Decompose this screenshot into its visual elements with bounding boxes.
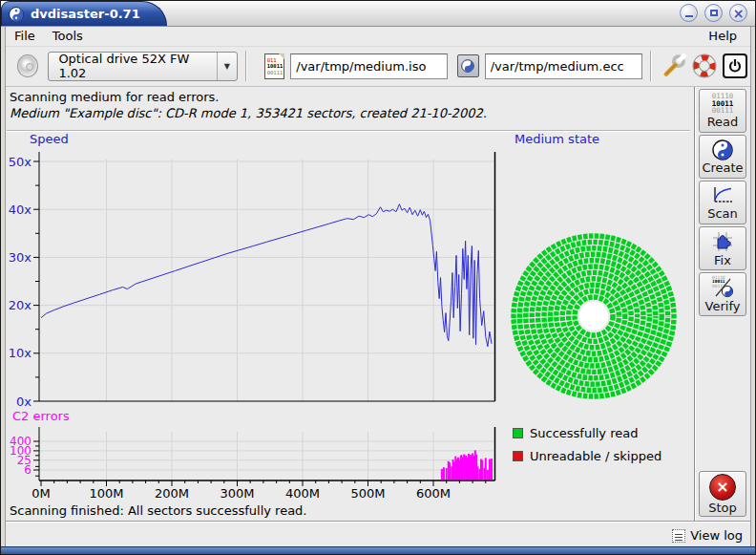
medium-state-title: Medium state (514, 132, 599, 146)
status-area: Scanning medium for read errors. Medium … (7, 87, 690, 131)
verify-icon: 01110 10011 00111 (710, 276, 735, 299)
maximize-icon (710, 10, 718, 16)
power-icon (723, 53, 747, 78)
window-border-left (1, 26, 6, 547)
svg-text:400M: 400M (285, 486, 320, 501)
window-border-bottom (1, 546, 755, 554)
medium-state-legend: Successfully read Unreadable / skipped (513, 421, 662, 467)
iso-path-input[interactable] (290, 53, 448, 79)
help-button[interactable] (691, 52, 718, 80)
verify-button[interactable]: 01110 10011 00111 Verify (699, 272, 746, 316)
bottom-bar: View log (6, 523, 750, 548)
chevron-down-icon: ▼ (217, 53, 237, 80)
svg-text:10x: 10x (9, 346, 32, 360)
c2-errors-chart: 6251004000M100M200M300M400M500M600M (7, 424, 499, 502)
view-log-button[interactable]: View log (672, 528, 750, 543)
quit-button[interactable] (722, 52, 748, 80)
scan-button-label: Scan (707, 206, 738, 221)
svg-text:500M: 500M (350, 486, 385, 501)
menu-help[interactable]: Help (695, 27, 750, 45)
app-yinyang-icon (9, 7, 24, 22)
window-border-right (750, 26, 755, 547)
legend-label-unreadable: Unreadable / skipped (530, 449, 662, 463)
view-log-label: View log (690, 528, 743, 543)
iso-file-icon: 011 10011 00111 (264, 53, 285, 79)
minimize-icon (685, 15, 693, 17)
svg-text:20x: 20x (9, 298, 32, 312)
status-line2: Medium "Example disc": CD-R mode 1, 3534… (10, 106, 690, 120)
drive-select[interactable]: Optical drive 52X FW 1.02 ▼ (48, 52, 237, 81)
read-button[interactable]: 01110 10011 00111 Read (699, 89, 746, 133)
menu-file[interactable]: File (6, 27, 44, 45)
ecc-path-input[interactable] (485, 53, 642, 79)
window-title: dvdisaster-0.71 (31, 7, 140, 21)
footer-separator (6, 521, 750, 522)
verify-button-label: Verify (705, 299, 741, 313)
read-button-label: Read (707, 115, 739, 129)
titlebar[interactable]: dvdisaster-0.71 × (1, 1, 755, 27)
footer-status: Scanning finished: All sectors successfu… (10, 503, 307, 518)
drive-select-value: Optical drive 52X FW 1.02 (58, 52, 216, 80)
scan-curve-icon (711, 185, 734, 206)
ecc-file-icon (457, 54, 478, 77)
svg-text:50x: 50x (9, 155, 32, 169)
yinyang-icon (712, 139, 733, 160)
legend-swatch-unreadable (513, 451, 523, 461)
optical-drive-icon (17, 54, 38, 77)
wrench-icon (662, 53, 686, 78)
legend-swatch-read (513, 428, 523, 438)
menubar: File Tools Help (6, 26, 750, 47)
create-button[interactable]: Create (699, 135, 746, 179)
stop-icon: × (709, 474, 736, 501)
close-icon: × (733, 7, 745, 20)
stop-button-label: Stop (708, 501, 737, 515)
legend-item-read: Successfully read (513, 421, 662, 444)
svg-text:200M: 200M (155, 486, 189, 501)
svg-text:400: 400 (10, 435, 32, 448)
log-icon (672, 529, 685, 543)
status-line1: Scanning medium for read errors. (10, 90, 690, 104)
c2-errors-title: C2 errors (12, 409, 70, 423)
sidebar-separator (694, 87, 696, 523)
svg-text:600M: 600M (416, 486, 451, 501)
toolbar: Optical drive 52X FW 1.02 ▼ 011 10011 00… (6, 46, 750, 87)
stop-button[interactable]: × Stop (699, 471, 746, 517)
toolbar-separator (245, 51, 247, 81)
scan-button[interactable]: Scan (699, 181, 746, 224)
create-button-label: Create (702, 160, 743, 175)
svg-text:300M: 300M (220, 486, 254, 501)
medium-state-disc (509, 231, 679, 401)
svg-text:40x: 40x (9, 203, 32, 217)
svg-text:100M: 100M (89, 486, 123, 501)
app-window: dvdisaster-0.71 × File Tools Help Optica… (0, 0, 756, 555)
menu-tools[interactable]: Tools (44, 27, 92, 45)
puzzle-icon (711, 230, 734, 253)
speed-chart-title: Speed (30, 132, 69, 146)
svg-text:30x: 30x (9, 250, 32, 265)
fix-button-label: Fix (714, 253, 731, 267)
minimize-button[interactable] (680, 4, 698, 22)
toolbar-separator (650, 51, 652, 81)
legend-label-read: Successfully read (530, 426, 638, 440)
binary-icon: 01110 10011 00111 (712, 93, 734, 115)
fix-button[interactable]: Fix (699, 226, 746, 270)
lifebelt-icon (692, 53, 717, 78)
title-tab[interactable]: dvdisaster-0.71 (1, 1, 167, 26)
svg-text:0x: 0x (16, 395, 32, 409)
speed-chart: 0x10x20x30x40x50x (7, 146, 499, 418)
close-button[interactable]: × (729, 4, 747, 22)
legend-item-unreadable: Unreadable / skipped (513, 444, 662, 467)
maximize-button[interactable] (704, 4, 723, 22)
svg-text:0M: 0M (32, 486, 51, 501)
preferences-button[interactable] (662, 52, 688, 80)
